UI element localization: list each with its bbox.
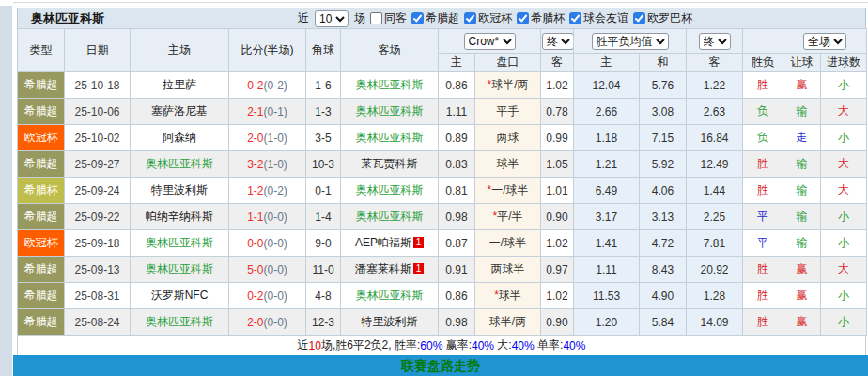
match-date: 25-09-22: [65, 204, 131, 230]
competition-badge: 希腊超: [18, 257, 65, 283]
summary-segment: 赢率:: [442, 337, 472, 353]
result-outcome: 胜: [743, 257, 783, 283]
col-handicap-home: 主: [439, 54, 475, 72]
result-outcome: 胜: [743, 151, 783, 178]
handicap-away-odds: 1.01: [541, 178, 574, 204]
filter-checkbox-2[interactable]: [517, 12, 529, 24]
summary-segment: 场,胜6平2负2, 胜率:: [321, 337, 420, 353]
corners: 0-1: [306, 178, 341, 204]
handicap-away-odds: 0.78: [541, 99, 574, 125]
result-goals: 小: [821, 72, 867, 99]
result-handicap: 输: [783, 178, 821, 204]
handicap-line: 两球半: [475, 257, 541, 283]
col-avg-win: 主: [574, 54, 640, 72]
league-trend-header[interactable]: 联赛盘路走势: [13, 355, 868, 376]
corners: 11-0: [306, 257, 341, 283]
page: 奥林匹亚科斯 近 10 场 同客 希腊超欧冠杯希腊杯球会友谊欧罗巴杯: [0, 0, 868, 376]
away-team: 奥林匹亚科斯: [341, 99, 439, 125]
bookmaker-select[interactable]: Crow*: [464, 33, 516, 50]
competition-badge: 欧冠杯: [18, 125, 65, 151]
left-gutter: [0, 6, 12, 376]
summary-segment: 10: [309, 339, 321, 352]
score: 0-2(0-2): [229, 72, 306, 99]
col-result-goals: 进球数: [821, 54, 867, 72]
home-team: 拉里萨: [131, 72, 229, 99]
corners: 4-8: [306, 283, 341, 309]
result-outcome: 负: [743, 99, 783, 125]
match-date: 25-08-31: [65, 283, 131, 309]
handicap-away-odds: 0.97: [541, 257, 574, 283]
avg-odds-select[interactable]: 胜平负均值: [592, 33, 669, 50]
avg-draw-odds: 7.15: [640, 125, 687, 151]
final-odds-select-1[interactable]: 终: [542, 33, 574, 50]
score: 2-0(0-0): [229, 309, 306, 336]
competition-badge: 希腊超: [18, 309, 65, 336]
avg-win-odds: 1.11: [574, 257, 640, 283]
result-handicap: 赢: [783, 257, 821, 283]
filter-checkbox-4[interactable]: [633, 12, 645, 24]
away-team: 奥林匹亚科斯: [341, 125, 439, 151]
competition-badge: 希腊超: [18, 72, 65, 99]
competition-badge: 希腊杯: [18, 178, 65, 204]
avg-lose-odds: 2.25: [687, 204, 743, 230]
handicap-away-odds: 1.02: [541, 230, 574, 257]
match-date: 25-10-02: [65, 125, 131, 151]
away-team: 奥林匹亚科斯: [341, 283, 439, 309]
home-team: 奥林匹亚科斯: [131, 309, 229, 336]
home-team: 沃罗斯NFC: [131, 283, 229, 309]
table-row: 欧冠杯25-09-18奥林匹亚科斯0-0(0-0)9-0AEP帕福斯10.87一…: [18, 230, 867, 257]
table-row: 希腊杯25-09-24特里波利斯1-2(0-2)0-1奥林匹亚科斯0.81*一/…: [18, 178, 867, 204]
result-handicap: 走: [783, 125, 821, 151]
avg-lose-odds: 12.49: [687, 151, 743, 178]
result-handicap: 赢: [783, 283, 821, 309]
filter-label-4: 欧罗巴杯: [647, 11, 692, 24]
home-team: 阿森纳: [131, 125, 229, 151]
final-odds-select-2[interactable]: 终: [699, 33, 731, 50]
away-team: 奥林匹亚科斯: [341, 72, 439, 99]
filter-label-2: 希腊杯: [531, 11, 565, 24]
result-goals: 小: [821, 230, 867, 257]
table-row: 希腊超25-08-31沃罗斯NFC0-2(0-0)4-8奥林匹亚科斯0.86*球…: [18, 283, 867, 309]
result-handicap: 输: [783, 151, 821, 178]
scope-select[interactable]: 全场: [803, 33, 846, 50]
home-team: 特里波利斯: [131, 178, 229, 204]
filter-label-0: 希腊超: [426, 11, 459, 24]
filter-label-3: 球会友谊: [583, 11, 628, 24]
result-outcome: 平: [743, 204, 783, 230]
handicap-home-odds: 1.11: [439, 99, 475, 125]
result-outcome: 胜: [743, 72, 783, 99]
league-trend-title: 联赛盘路走势: [401, 358, 480, 373]
filter-checkbox-0[interactable]: [411, 12, 424, 24]
top-divider: [13, 2, 868, 3]
handicap-line: 一/球半: [475, 230, 541, 257]
result-outcome: 胜: [743, 283, 783, 309]
handicap-home-odds: 0.98: [439, 309, 475, 336]
filter-checkbox-1[interactable]: [464, 12, 476, 24]
score: 3-2(1-0): [229, 151, 306, 178]
avg-win-odds: 1.41: [574, 230, 640, 257]
filter-checkbox-3[interactable]: [569, 12, 581, 24]
handicap-line: *一/球半: [475, 178, 541, 204]
result-handicap: 输: [783, 230, 821, 257]
avg-lose-odds: 14.09: [687, 309, 743, 336]
recent-label-suffix: 场: [354, 10, 365, 26]
bookmaker-select-cell: Crow*: [439, 29, 541, 54]
col-handicap-away: 客: [541, 54, 574, 72]
col-score: 比分(半场): [229, 29, 306, 72]
away-team: 莱瓦贾科斯: [341, 151, 439, 178]
same-venue-checkbox[interactable]: [370, 12, 382, 24]
avg-lose-odds: 7.81: [687, 230, 743, 257]
score: 0-2(0-0): [229, 283, 306, 309]
corners: 3-5: [306, 125, 341, 151]
avg-draw-odds: 4.72: [640, 230, 687, 257]
avg-draw-odds: 4.06: [640, 178, 687, 204]
recent-count-select[interactable]: 10: [315, 10, 349, 27]
col-type: 类型: [18, 29, 65, 72]
result-outcome: 胜: [743, 178, 783, 204]
summary-segment: 大:: [494, 337, 512, 353]
handicap-line: 平手: [475, 99, 541, 125]
handicap-line: *球半: [475, 283, 541, 309]
avg-draw-odds: 4.90: [640, 283, 687, 309]
col-handicap-line: 盘口: [475, 54, 541, 72]
result-goals: 大: [821, 151, 867, 178]
